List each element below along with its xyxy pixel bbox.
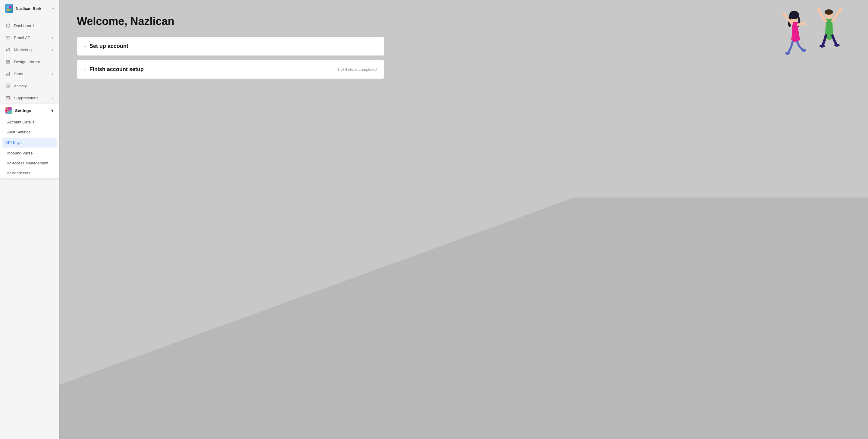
suppressions-icon bbox=[5, 95, 11, 101]
sidebar-item-dashboard[interactable]: Dashboard bbox=[0, 20, 59, 32]
sidebar: Nazlican Berk ▾ Dashboard Email API bbox=[0, 0, 59, 439]
svg-point-9 bbox=[8, 62, 10, 64]
sidebar-item-suppressions[interactable]: Suppressions ▾ bbox=[0, 92, 59, 104]
email-api-chevron-icon: ▾ bbox=[52, 36, 53, 39]
sidebar-item-activity[interactable]: Activity bbox=[0, 80, 59, 92]
settings-sub-alert-settings[interactable]: Alert Settings bbox=[0, 127, 59, 137]
settings-section: Settings ▾ Account Details Alert Setting… bbox=[0, 104, 59, 178]
dashboard-icon bbox=[5, 23, 11, 28]
svg-rect-19 bbox=[7, 111, 9, 112]
finish-account-setup-chevron-icon: › bbox=[84, 67, 86, 72]
svg-rect-2 bbox=[7, 9, 9, 11]
stats-chevron-icon: ▾ bbox=[52, 72, 53, 75]
svg-rect-11 bbox=[7, 73, 8, 75]
svg-point-7 bbox=[8, 60, 10, 62]
company-chevron-icon: ▾ bbox=[53, 7, 54, 10]
company-name: Nazlican Berk bbox=[16, 6, 50, 11]
suppressions-label: Suppressions bbox=[14, 96, 38, 100]
svg-rect-5 bbox=[6, 36, 10, 39]
svg-rect-1 bbox=[9, 6, 11, 8]
settings-sub-ip-addresses[interactable]: IP Addresses bbox=[0, 168, 59, 178]
set-up-account-chevron-icon: › bbox=[84, 44, 86, 49]
main-area: Welcome, Nazlican › Set up account › Fin… bbox=[59, 0, 868, 439]
svg-point-28 bbox=[839, 7, 842, 11]
svg-rect-12 bbox=[9, 72, 10, 75]
set-up-account-card[interactable]: › Set up account bbox=[77, 37, 384, 56]
steps-completed-label: 1 of 4 steps completed bbox=[337, 67, 377, 72]
activity-label: Activity bbox=[14, 84, 27, 88]
sidebar-item-stats[interactable]: Stats ▾ bbox=[0, 68, 59, 80]
wave-decoration bbox=[59, 198, 868, 439]
svg-point-26 bbox=[825, 9, 833, 15]
settings-chevron-icon: ▾ bbox=[51, 108, 53, 113]
svg-point-23 bbox=[785, 52, 790, 55]
finish-account-setup-title: Finish account setup bbox=[90, 66, 144, 73]
svg-rect-18 bbox=[9, 109, 11, 110]
settings-icon bbox=[5, 107, 12, 114]
svg-rect-0 bbox=[7, 6, 9, 8]
company-logo bbox=[5, 4, 13, 13]
settings-sub-api-keys[interactable]: API Keys bbox=[2, 138, 57, 147]
marketing-label: Marketing bbox=[14, 47, 32, 52]
svg-rect-20 bbox=[9, 111, 11, 112]
svg-point-6 bbox=[7, 60, 8, 62]
svg-point-4 bbox=[8, 25, 8, 26]
finish-account-setup-card[interactable]: › Finish account setup 1 of 4 steps comp… bbox=[77, 60, 384, 79]
svg-point-29 bbox=[819, 44, 825, 47]
sidebar-item-design-library[interactable]: Design Library bbox=[0, 56, 59, 68]
svg-rect-17 bbox=[7, 109, 9, 110]
sidebar-item-marketing[interactable]: Marketing ▾ bbox=[0, 44, 59, 56]
welcome-title: Welcome, Nazlican bbox=[77, 15, 402, 28]
settings-sub-ip-access-management[interactable]: IP Access Management bbox=[0, 158, 59, 168]
email-api-icon bbox=[5, 35, 11, 40]
sidebar-item-email-api[interactable]: Email API ▾ bbox=[0, 32, 59, 44]
settings-header[interactable]: Settings ▾ bbox=[0, 104, 59, 117]
svg-point-24 bbox=[801, 49, 806, 52]
activity-icon bbox=[5, 83, 11, 89]
svg-point-30 bbox=[834, 44, 840, 47]
settings-label: Settings bbox=[15, 108, 31, 113]
svg-point-27 bbox=[817, 8, 821, 12]
main-content: Welcome, Nazlican › Set up account › Fin… bbox=[59, 0, 421, 95]
marketing-icon bbox=[5, 47, 11, 53]
company-header[interactable]: Nazlican Berk ▾ bbox=[0, 0, 59, 17]
email-api-label: Email API bbox=[14, 36, 32, 40]
set-up-account-title: Set up account bbox=[90, 43, 128, 49]
stats-label: Stats bbox=[14, 72, 23, 76]
settings-sub-account-details[interactable]: Account Details bbox=[0, 117, 59, 127]
svg-point-8 bbox=[7, 62, 8, 64]
settings-sub-inbound-parse[interactable]: Inbound Parse bbox=[0, 148, 59, 158]
celebration-illustration bbox=[766, 6, 850, 66]
dashboard-label: Dashboard bbox=[14, 24, 34, 28]
svg-rect-3 bbox=[9, 9, 11, 11]
suppressions-chevron-icon: ▾ bbox=[52, 96, 53, 100]
svg-rect-10 bbox=[6, 74, 7, 75]
design-library-label: Design Library bbox=[14, 60, 40, 64]
design-library-icon bbox=[5, 59, 11, 64]
marketing-chevron-icon: ▾ bbox=[52, 48, 53, 52]
stats-icon bbox=[5, 71, 11, 76]
